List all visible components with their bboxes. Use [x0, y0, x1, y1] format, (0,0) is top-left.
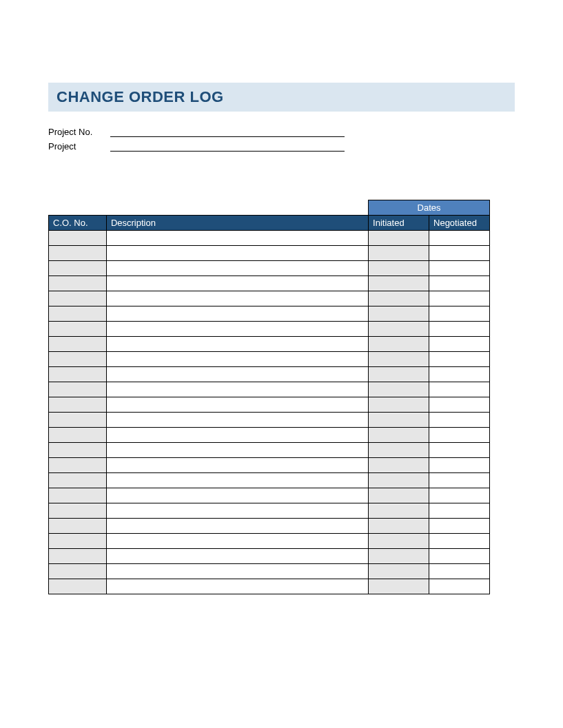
cell-description: [106, 276, 368, 291]
title-bar: CHANGE ORDER LOG: [48, 83, 515, 112]
cell-description: [106, 549, 368, 564]
cell-co-no: [49, 382, 107, 397]
cell-negotiated: [429, 519, 490, 534]
table-row: [49, 443, 490, 458]
cell-co-no: [49, 367, 107, 382]
cell-initiated: [369, 291, 429, 306]
cell-initiated: [369, 322, 429, 337]
group-blank: [49, 200, 369, 216]
cell-co-no: [49, 291, 107, 306]
cell-co-no: [49, 352, 107, 367]
cell-description: [106, 428, 368, 443]
cell-co-no: [49, 564, 107, 579]
cell-co-no: [49, 579, 107, 594]
project-no-label: Project No.: [48, 127, 110, 137]
group-header-row: Dates: [49, 200, 490, 216]
cell-description: [106, 322, 368, 337]
cell-initiated: [369, 443, 429, 458]
table-row: [49, 246, 490, 261]
cell-co-no: [49, 413, 107, 428]
cell-negotiated: [429, 413, 490, 428]
cell-negotiated: [429, 291, 490, 306]
cell-co-no: [49, 261, 107, 276]
cell-description: [106, 488, 368, 503]
cell-negotiated: [429, 246, 490, 261]
table-row: [49, 382, 490, 397]
cell-negotiated: [429, 276, 490, 291]
cell-negotiated: [429, 458, 490, 473]
table-row: [49, 519, 490, 534]
cell-initiated: [369, 579, 429, 594]
cell-co-no: [49, 503, 107, 519]
cell-co-no: [49, 519, 107, 534]
cell-description: [106, 564, 368, 579]
project-label: Project: [48, 141, 110, 152]
table-row: [49, 276, 490, 291]
header-description: Description: [106, 216, 368, 231]
project-no-value: [110, 127, 345, 137]
cell-description: [106, 473, 368, 488]
table-row: [49, 428, 490, 443]
cell-initiated: [369, 413, 429, 428]
cell-negotiated: [429, 564, 490, 579]
cell-co-no: [49, 458, 107, 473]
cell-co-no: [49, 231, 107, 246]
cell-negotiated: [429, 503, 490, 519]
change-order-table: Dates C.O. No. Description Initiated Neg…: [48, 200, 490, 594]
cell-negotiated: [429, 352, 490, 367]
meta-row-project-no: Project No.: [48, 127, 515, 137]
cell-description: [106, 306, 368, 322]
cell-description: [106, 503, 368, 519]
table-row: [49, 231, 490, 246]
cell-negotiated: [429, 261, 490, 276]
cell-co-no: [49, 306, 107, 322]
cell-initiated: [369, 276, 429, 291]
cell-initiated: [369, 352, 429, 367]
cell-description: [106, 579, 368, 594]
table-row: [49, 473, 490, 488]
cell-co-no: [49, 276, 107, 291]
table-row: [49, 352, 490, 367]
cell-co-no: [49, 322, 107, 337]
table-row: [49, 534, 490, 549]
cell-initiated: [369, 503, 429, 519]
cell-negotiated: [429, 367, 490, 382]
cell-co-no: [49, 397, 107, 413]
header-row: C.O. No. Description Initiated Negotiate…: [49, 216, 490, 231]
cell-negotiated: [429, 473, 490, 488]
page: CHANGE ORDER LOG Project No. Project Dat…: [0, 0, 563, 594]
cell-negotiated: [429, 534, 490, 549]
cell-description: [106, 246, 368, 261]
cell-initiated: [369, 337, 429, 352]
table-row: [49, 488, 490, 503]
table-row: [49, 306, 490, 322]
cell-negotiated: [429, 428, 490, 443]
cell-co-no: [49, 337, 107, 352]
cell-negotiated: [429, 322, 490, 337]
table-row: [49, 322, 490, 337]
cell-negotiated: [429, 231, 490, 246]
table-row: [49, 367, 490, 382]
table-row: [49, 261, 490, 276]
cell-description: [106, 397, 368, 413]
cell-initiated: [369, 473, 429, 488]
cell-co-no: [49, 443, 107, 458]
cell-initiated: [369, 458, 429, 473]
cell-description: [106, 261, 368, 276]
cell-description: [106, 413, 368, 428]
cell-initiated: [369, 397, 429, 413]
cell-description: [106, 231, 368, 246]
table-row: [49, 413, 490, 428]
cell-initiated: [369, 519, 429, 534]
cell-description: [106, 367, 368, 382]
cell-initiated: [369, 367, 429, 382]
cell-initiated: [369, 564, 429, 579]
header-co-no: C.O. No.: [49, 216, 107, 231]
cell-initiated: [369, 382, 429, 397]
cell-co-no: [49, 549, 107, 564]
cell-initiated: [369, 306, 429, 322]
cell-description: [106, 352, 368, 367]
cell-initiated: [369, 246, 429, 261]
group-header-dates: Dates: [369, 200, 490, 216]
cell-initiated: [369, 488, 429, 503]
